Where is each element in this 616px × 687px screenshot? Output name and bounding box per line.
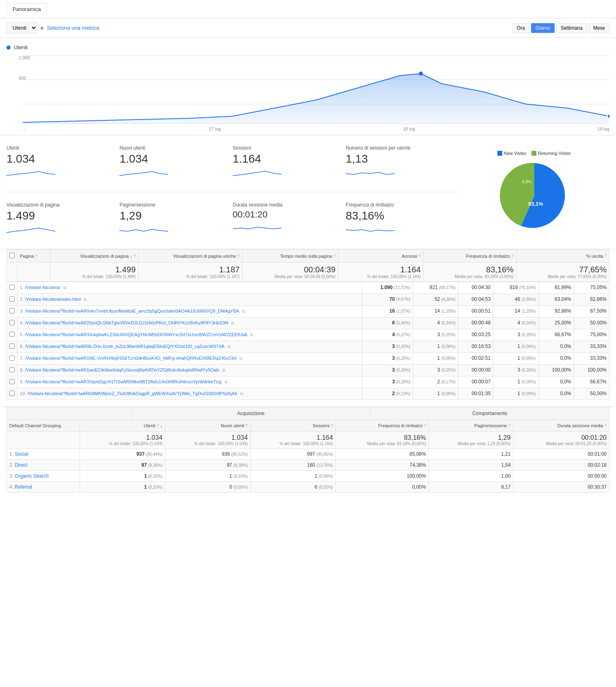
row-num-4: 5. [20,332,24,337]
row-cb-9[interactable] [9,391,15,396]
ch-row-link-2[interactable]: Organic Search [15,473,48,479]
metric-dropdown[interactable]: Utenti [7,22,37,33]
ch-row-pages-3: 8,17 [429,482,513,493]
col-pagina[interactable]: Pagina ? [17,250,50,263]
metric-label-bounce: Frequenza di rimbalzo [346,202,452,208]
totals-page-cell [17,263,50,282]
row-cb-8[interactable] [9,379,15,384]
row-cb-3[interactable] [9,320,15,325]
time-mese[interactable]: Mese [589,23,609,33]
row-link-2[interactable]: /Visitare-Nicotera/?fbclid=IwAR0vkv7xmbU… [25,309,239,313]
row-checkbox-0[interactable] [7,282,17,294]
ch-row-durata-3: 00:30:37 [513,482,609,493]
channel-table: Default Channel Grouping Utenti ? ↓ Nuov… [7,420,609,493]
time-settimana[interactable]: Settimana [556,23,587,33]
row-checkbox-3[interactable] [7,317,17,329]
row-link-1[interactable]: /Visitare-Nicotera/index.html [25,297,81,302]
ch-row-link-1[interactable]: Direct [15,462,27,468]
row-checkbox-5[interactable] [7,341,17,353]
ch-col-sessioni[interactable]: Sessioni ? [250,420,336,432]
ch-col-nuovi[interactable]: Nuovi utenti ? [165,420,250,432]
legend-new-visitor: New Visitor [497,151,526,156]
row-cb-2[interactable] [9,308,15,313]
row-cb-1[interactable] [9,296,15,302]
row-link-4[interactable]: /Visitare-Nicotera/?fbclid=IwAR3JnkpbwKL… [25,332,247,337]
row-cb-7[interactable] [9,367,15,372]
row-bounce-5: 0,0% [538,341,574,353]
channel-table-body: 1.034 % del totale: 100,00% (1.034) 1.03… [7,432,609,493]
col-pageviews[interactable]: Visualizzazioni di pagina ↓ ? [50,250,138,263]
row-time-2: 00:00:51 [458,306,493,317]
row-checkbox-6[interactable] [7,353,17,365]
ch-totals-nuovi-val: 1.034 [168,434,248,441]
row-page-1: 2. /Visitare-Nicotera/index.html ⧉ [17,294,362,306]
svg-point-6 [607,114,609,118]
table-row: 2. /Visitare-Nicotera/index.html ⧉ 70 (4… [7,294,609,306]
select-all-checkbox[interactable] [9,253,15,258]
channel-row: 1. Social 937 (90,44%) 936 (90,52%) 997 … [7,449,609,460]
sparkline-bounce [346,222,395,235]
row-link-9[interactable]: /Visitare-Nicotera/?fbclid=IwAR0AMKWjmrZ… [28,391,237,396]
col-pagina-label: Pagina [20,254,34,259]
channel-group-spacer [7,407,132,420]
row-link-0[interactable]: /Visitare-Nicotera/ [25,285,61,290]
row-num-2: 3. [20,309,24,313]
row-link-7[interactable]: /Visitare-Nicotera/?fbclid=IwAR1woECtk6b… [25,367,220,372]
col-unique[interactable]: Visualizzazioni di pagina uniche ? [138,250,242,263]
ch-row-utenti-0: 937 (90,44%) [80,449,165,460]
row-checkbox-1[interactable] [7,294,17,306]
row-bounce-4: 66,67% [538,329,574,341]
sort-icon-ch-utenti: ↓ [160,423,163,428]
row-icon-4: ⧉ [250,333,253,337]
channel-section-headers: Acquisizione Comportamento [7,407,609,420]
chart-legend: Utenti [7,44,609,50]
ch-col-freq[interactable]: Frequenza di rimbalzo ? [336,420,429,432]
legend-dot [7,46,11,50]
time-ora[interactable]: Ora [512,23,529,33]
ch-grouping-label: Default Channel Grouping [9,423,61,428]
row-link-5[interactable]: /Visitare-Nicotera/?fbclid=IwAR0b-ZHx-lc… [25,344,225,349]
metric-label-utenti: Utenti [7,145,113,151]
row-cb-0[interactable] [9,285,15,290]
row-cb-5[interactable] [9,344,15,349]
row-num-9: 10. [20,391,26,396]
row-checkbox-4[interactable] [7,329,17,341]
row-unique-8: 2 (0,17%) [413,376,458,388]
col-avgtime[interactable]: Tempo medio sulla pagina ? [242,250,338,263]
row-checkbox-8[interactable] [7,376,17,388]
metric-label-pv: Visualizzazioni di pagina [7,202,113,208]
row-num-1: 2. [20,297,24,302]
main-table: Pagina ? Visualizzazioni di pagina ↓ ? V… [7,249,609,282]
row-bounce-0: 81,99% [538,282,574,294]
ch-col-pages[interactable]: Pagine/sessione ? [429,420,513,432]
ch-row-sessioni-0: 997 (85,65%) [250,449,336,460]
row-checkbox-9[interactable] [7,388,17,400]
col-exit[interactable]: % uscita ? [516,250,609,263]
row-cb-6[interactable] [9,355,15,361]
chart-section: Utenti 1.000 500 ... [0,38,616,135]
ch-col-utenti[interactable]: Utenti ? ↓ [80,420,165,432]
row-cb-4[interactable] [9,332,15,337]
row-exit-0: 75,05% [574,282,609,294]
ch-row-link-0[interactable]: Social [15,451,28,457]
col-bounce[interactable]: Frequenza di rimbalzo ? [423,250,516,263]
panoramica-tab[interactable]: Panoramica [7,3,47,15]
row-link-8[interactable]: /Visitare-Nicotera/?fbclid=IwAR3XtprkDgU… [25,379,222,384]
row-link-3[interactable]: /Visitare-Nicotera/?fbclid=IwAR20ynQLGNk… [25,320,228,325]
help-icon-ch-freq: ? [424,424,426,428]
col-accesses[interactable]: Accessi ? [338,250,423,263]
row-link-6[interactable]: /Visitare-Nicotera/?fbclid=IwAR1NE-VmRHI… [25,356,236,361]
row-page-3: 4. /Visitare-Nicotera/?fbclid=IwAR20ynQL… [17,317,362,329]
ch-row-link-3[interactable]: Referral [15,484,32,490]
totals-pv-pct: % del totale: 100,00% (1.499) [53,274,136,279]
svg-text:6,9%: 6,9% [522,180,531,184]
row-checkbox-2[interactable] [7,306,17,317]
x-label-start: ... [23,126,26,131]
ch-row-utenti-2: 1 (0,10%) [80,471,165,482]
time-giorno[interactable]: Giorno [531,23,555,33]
metric-select[interactable]: Seleziona una metrica [47,25,99,31]
row-checkbox-7[interactable] [7,365,17,376]
beh-header: Comportamento [371,407,609,420]
row-time-0: 00:04:30 [458,282,493,294]
ch-col-durata[interactable]: Durata sessione media ? [513,420,609,432]
